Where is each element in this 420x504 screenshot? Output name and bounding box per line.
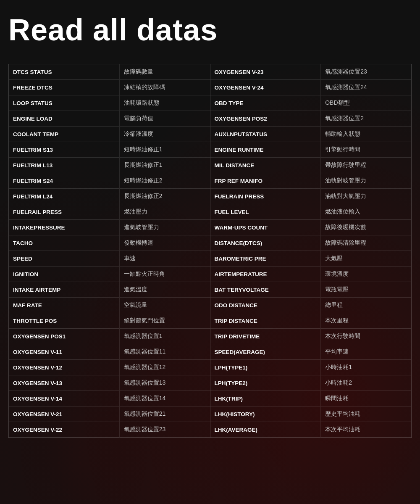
row-value: 一缸點火正時角: [119, 267, 210, 282]
table-row: INTAKE AIRTEMP進氣溫度: [9, 282, 210, 298]
table-row: MIL DISTANCE帶故障行駛里程: [210, 158, 412, 173]
row-label: WARM-UPS COUNT: [210, 220, 321, 235]
table-row: FUELTRIM L13長期燃油修正1: [9, 158, 210, 173]
row-value: 進氣溫度: [119, 282, 210, 298]
table-row: TRIP DISTANCE本次里程: [210, 313, 412, 329]
left-data-table: DTCS STATUS故障碼數量FREEZE DTCS凍結楨的故障碼LOOP S…: [9, 64, 210, 438]
row-value: 氧感測器位置24: [321, 80, 411, 95]
table-row: FRP REF MANIFO油軌對岐管壓力: [210, 173, 412, 189]
table-row: IGNITION一缸點火正時角: [9, 267, 210, 282]
row-value: 短時燃油修正1: [119, 142, 210, 158]
row-label: AUXLNPUTSTATUS: [210, 127, 321, 142]
row-label: FUELRAIN PRESS: [210, 189, 321, 204]
data-table: DTCS STATUS故障碼數量FREEZE DTCS凍結楨的故障碼LOOP S…: [8, 64, 412, 438]
table-row: ENGINE LOAD電腦負荷值: [9, 111, 210, 127]
row-value: 氧感測器位置13: [119, 375, 210, 391]
table-row: INTAKEPRESSURE進氣岐管壓力: [9, 220, 210, 235]
row-label: ENGINE RUNTIME: [210, 142, 321, 158]
row-label: OBD TYPE: [210, 95, 321, 111]
row-label: LHK(AVERAGE): [210, 422, 321, 438]
row-value: 長期燃油修正1: [119, 158, 210, 173]
row-label: DTCS STATUS: [9, 64, 119, 80]
row-value: 故障後暖機次數: [321, 220, 411, 235]
row-value: 油軌對大氣壓力: [321, 189, 411, 204]
table-row: BAROMETRIC PRE大氣壓: [210, 251, 412, 267]
table-row: OXYGENSEN V-14氧感測器位置14: [9, 391, 210, 406]
row-value: 冷卻液溫度: [119, 127, 210, 142]
table-row: MAF RATE空氣流量: [9, 298, 210, 313]
row-label: TRIP DRIVETIME: [210, 329, 321, 344]
row-label: FUELTRIM L13: [9, 158, 119, 173]
row-label: FUELTRIM S13: [9, 142, 119, 158]
row-label: IGNITION: [9, 267, 119, 282]
table-row: LPH(TYPE1)小時油耗1: [210, 360, 412, 375]
row-value: 車速: [119, 251, 210, 267]
table-row: LOOP STATUS油耗環路狀態: [9, 95, 210, 111]
row-label: FUELRAIL PRESS: [9, 204, 119, 220]
row-label: LPH(TYPE1): [210, 360, 321, 375]
table-row: LHK(AVERAGE)本次平均油耗: [210, 422, 412, 438]
row-value: 長期燃油修正2: [119, 189, 210, 204]
row-value: 發動機轉速: [119, 235, 210, 251]
table-row: FUELTRIM S13短時燃油修正1: [9, 142, 210, 158]
table-row: OBD TYPEOBD類型: [210, 95, 412, 111]
table-row: DISTANCE(DTCS)故障碼清除里程: [210, 235, 412, 251]
table-row: BAT TERYVOLTAGE電瓶電壓: [210, 282, 412, 298]
row-label: OXYGENSEN V-21: [9, 406, 119, 422]
row-value: 氧感測器位置1: [119, 329, 210, 344]
row-label: LHK(HISTORY): [210, 406, 321, 422]
row-label: OXYGENSEN V-23: [210, 64, 321, 80]
row-label: OXYGENSEN POS2: [210, 111, 321, 127]
row-label: ENGINE LOAD: [9, 111, 119, 127]
row-value: 電瓶電壓: [321, 282, 411, 298]
table-row: ODO DISTANCE總里程: [210, 298, 412, 313]
row-label: FRP REF MANIFO: [210, 173, 321, 189]
row-label: LPH(TYPE2): [210, 375, 321, 391]
table-row: FUELTRIM S24短時燃油修正2: [9, 173, 210, 189]
table-row: OXYGENSEN POS1氧感測器位置1: [9, 329, 210, 344]
row-label: OXYGENSEN V-11: [9, 344, 119, 360]
table-row: FUELRAIL PRESS燃油壓力: [9, 204, 210, 220]
row-value: 本次里程: [321, 313, 411, 329]
row-value: 故障碼數量: [119, 64, 210, 80]
row-label: FREEZE DTCS: [9, 80, 119, 95]
table-row: TRIP DRIVETIME本次行駛時間: [210, 329, 412, 344]
table-row: FUELTRIM L24長期燃油修正2: [9, 189, 210, 204]
row-label: OXYGENSEN V-22: [9, 422, 119, 438]
row-value: 空氣流量: [119, 298, 210, 313]
row-label: ODO DISTANCE: [210, 298, 321, 313]
table-row: FUELRAIN PRESS油軌對大氣壓力: [210, 189, 412, 204]
table-row: AIRTEMPERATURE環境溫度: [210, 267, 412, 282]
row-value: 氧感測器位置14: [119, 391, 210, 406]
row-label: TACHO: [9, 235, 119, 251]
row-label: MAF RATE: [9, 298, 119, 313]
row-value: 引擎動行時間: [321, 142, 411, 158]
row-value: 油軌對岐管壓力: [321, 173, 411, 189]
table-row: FREEZE DTCS凍結楨的故障碼: [9, 80, 210, 95]
row-label: SPEED: [9, 251, 119, 267]
table-row: LHK(TRIP)瞬間油耗: [210, 391, 412, 406]
row-value: 小時油耗2: [321, 375, 411, 391]
row-label: FUEL LEVEL: [210, 204, 321, 220]
row-value: 電腦負荷值: [119, 111, 210, 127]
row-label: INTAKEPRESSURE: [9, 220, 119, 235]
row-label: SPEED(AVERAGE): [210, 344, 321, 360]
row-label: AIRTEMPERATURE: [210, 267, 321, 282]
table-row: LHK(HISTORY)歷史平均油耗: [210, 406, 412, 422]
row-value: 輔助輸入狀態: [321, 127, 411, 142]
row-value: 環境溫度: [321, 267, 411, 282]
table-row: SPEED(AVERAGE)平均車速: [210, 344, 412, 360]
table-row: THROTTLE POS絕對節氣門位置: [9, 313, 210, 329]
right-data-table: OXYGENSEN V-23氧感測器位置23OXYGENSEN V-24氧感測器…: [210, 64, 412, 438]
table-row: FUEL LEVEL燃油液位輸入: [210, 204, 412, 220]
row-value: 平均車速: [321, 344, 411, 360]
row-value: 氧感測器位置12: [119, 360, 210, 375]
row-value: 氧感測器位置21: [119, 406, 210, 422]
row-label: OXYGENSEN POS1: [9, 329, 119, 344]
table-row: SPEED車速: [9, 251, 210, 267]
row-label: TRIP DISTANCE: [210, 313, 321, 329]
table-row: AUXLNPUTSTATUS輔助輸入狀態: [210, 127, 412, 142]
table-row: OXYGENSEN V-24氧感測器位置24: [210, 80, 412, 95]
table-row: OXYGENSEN V-23氧感測器位置23: [210, 64, 412, 80]
table-row: COOLANT TEMP冷卻液溫度: [9, 127, 210, 142]
